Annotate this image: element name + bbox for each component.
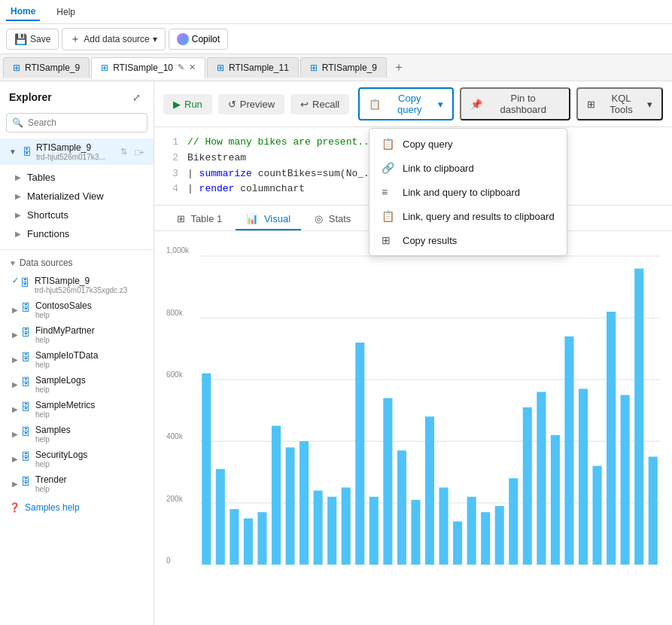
- stats-icon: ◎: [315, 213, 323, 224]
- results-area: ⊞ Table 1 📊 Visual ◎ Stats 1,000k 800k 6…: [154, 206, 672, 625]
- tab-table1[interactable]: ⊞ Table 1: [166, 209, 233, 230]
- y-label-800k: 800k: [166, 309, 189, 317]
- tab-visual[interactable]: 📊 Visual: [236, 209, 301, 230]
- tab-stats[interactable]: ◎ Stats: [304, 209, 361, 230]
- check-icon: ✓: [12, 276, 19, 285]
- svg-rect-64: [607, 312, 616, 565]
- tab-rtisample11[interactable]: ⊞ RTISample_11: [207, 57, 299, 78]
- nav-item-materialized-view[interactable]: ▶ Materialized View: [9, 187, 144, 206]
- new-tab-button[interactable]: ＋: [388, 57, 409, 78]
- svg-rect-44: [467, 497, 476, 565]
- run-button[interactable]: ▶ Run: [163, 94, 212, 114]
- help-icon: ❓: [9, 502, 20, 513]
- table-icon: ⊞: [177, 213, 185, 224]
- tab-edit-icon[interactable]: ✎: [178, 62, 184, 72]
- nav-item-help[interactable]: Help: [52, 4, 80, 20]
- tab-icon-4: ⊞: [310, 62, 318, 73]
- tab-close-icon[interactable]: ✕: [189, 62, 196, 72]
- nav-item-tables[interactable]: ▶ Tables: [9, 168, 144, 187]
- ds-icon: 🗄: [21, 352, 31, 363]
- svg-rect-54: [537, 392, 546, 565]
- svg-rect-12: [244, 519, 253, 565]
- preview-button[interactable]: ↺ Preview: [218, 94, 284, 114]
- sort-icon: ⇅: [120, 147, 127, 157]
- nav-item-home[interactable]: Home: [6, 3, 40, 21]
- content-area: ▶ Run ↺ Preview ↩ Recall 📋 Copy query ▾ …: [154, 81, 672, 625]
- list-item[interactable]: ▶ 🗄 FindMyPartner help: [0, 322, 154, 347]
- list-item[interactable]: ▶ 🗄 Samples help: [0, 422, 154, 447]
- expand-icon: ▶: [12, 480, 18, 488]
- link-clipboard-icon: 🔗: [382, 162, 395, 174]
- tab-rtisample9-first[interactable]: ⊞ RTISample_9: [3, 57, 90, 78]
- pin-icon: 📌: [470, 99, 482, 110]
- query-toolbar: ▶ Run ↺ Preview ↩ Recall 📋 Copy query ▾ …: [154, 81, 672, 127]
- top-navigation: Home Help: [0, 0, 672, 24]
- dropdown-item-copy-results[interactable]: ⊞ Copy results: [369, 228, 567, 252]
- nav-item-shortcuts[interactable]: ▶ Shortcuts: [9, 206, 144, 224]
- add-icon: ＋: [70, 32, 81, 46]
- svg-rect-34: [397, 450, 406, 565]
- datasource-icon: 🗄: [23, 147, 32, 157]
- svg-rect-38: [425, 416, 434, 565]
- svg-rect-10: [230, 509, 239, 565]
- copy-results-icon: ⊞: [382, 234, 395, 246]
- copy-query-button[interactable]: 📋 Copy query ▾: [358, 87, 454, 120]
- sidebar-actions: ⤢: [128, 89, 144, 105]
- add-datasource-chevron-icon: ▾: [153, 34, 157, 44]
- svg-rect-28: [355, 343, 364, 565]
- data-sources-header[interactable]: ▼ Data sources: [0, 253, 154, 273]
- kql-tools-button[interactable]: ⊞ KQL Tools ▾: [576, 87, 663, 120]
- copilot-icon: [177, 33, 189, 45]
- list-item[interactable]: ▶ 🗄 SampleIoTData help: [0, 347, 154, 372]
- list-item[interactable]: ▶ 🗄 SampleMetrics help: [0, 397, 154, 422]
- ds-collapse-icon: ▼: [9, 259, 17, 267]
- svg-rect-8: [216, 469, 225, 565]
- copy-query-dropdown: 📋 Copy query 🔗 Link to clipboard ≡ Link …: [369, 128, 567, 256]
- matview-arrow-icon: ▶: [15, 192, 21, 200]
- svg-rect-16: [272, 426, 281, 565]
- shortcuts-arrow-icon: ▶: [15, 211, 21, 219]
- active-datasource[interactable]: ▼ 🗄 RTISample_9 trd-hjut526m017k3... ⇅ □…: [0, 139, 154, 165]
- save-icon: 💾: [14, 33, 27, 45]
- main-layout: Explorer ⤢ 🔍 ▼ 🗄 RTISample_9 trd-hjut526…: [0, 81, 672, 625]
- copilot-button[interactable]: Copilot: [169, 29, 228, 50]
- expand-icon: ▶: [12, 355, 18, 364]
- dropdown-item-link-clipboard[interactable]: 🔗 Link to clipboard: [369, 156, 567, 180]
- list-item[interactable]: ▶ 🗄 ContosoSales help: [0, 297, 154, 322]
- sidebar-expand-button[interactable]: ⤢: [128, 89, 144, 105]
- list-item[interactable]: ▶ 🗄 SampleLogs help: [0, 372, 154, 397]
- search-input[interactable]: [6, 113, 147, 133]
- copy-query-icon: 📋: [382, 138, 395, 150]
- list-item[interactable]: ▶ 🗄 Trender help: [0, 471, 154, 496]
- recall-button[interactable]: ↩ Recall: [290, 94, 349, 114]
- dropdown-item-copy-query[interactable]: 📋 Copy query: [369, 132, 567, 156]
- expand-icon: ▶: [12, 380, 18, 389]
- ds-icon: 🗄: [21, 426, 31, 438]
- svg-rect-42: [453, 522, 462, 565]
- tabs-bar: ⊞ RTISample_9 ⊞ RTISample_10 ✎ ✕ ⊞ RTISa…: [0, 54, 672, 81]
- add-data-source-button[interactable]: ＋ Add data source ▾: [62, 28, 165, 50]
- ds-icon: 🗄: [21, 327, 31, 338]
- tab-rtisample9-second[interactable]: ⊞ RTISample_9: [300, 57, 387, 78]
- tab-icon-1: ⊞: [13, 62, 20, 73]
- nav-section: ▶ Tables ▶ Materialized View ▶ Shortcuts…: [0, 165, 154, 246]
- copy-icon: 📋: [369, 99, 381, 110]
- svg-rect-62: [593, 466, 602, 565]
- pin-dashboard-button[interactable]: 📌 Pin to dashboard: [460, 87, 570, 120]
- datasources-list: ✓ 🗄 RTISample_9 trd-hjut526m017k35xgdc.z…: [0, 273, 154, 496]
- add-icon[interactable]: □+: [135, 148, 144, 157]
- samples-help-link[interactable]: ❓ Samples help: [0, 496, 154, 519]
- svg-rect-46: [481, 512, 490, 565]
- sidebar-header: Explorer ⤢: [0, 81, 154, 110]
- tab-rtisample10[interactable]: ⊞ RTISample_10 ✎ ✕: [91, 57, 205, 79]
- svg-rect-58: [564, 337, 573, 565]
- list-item[interactable]: ✓ 🗄 RTISample_9 trd-hjut526m017k35xgdc.z…: [0, 273, 154, 297]
- y-label-400k: 400k: [166, 432, 189, 441]
- list-item[interactable]: ▶ 🗄 SecurityLogs help: [0, 447, 154, 471]
- nav-item-functions[interactable]: ▶ Functions: [9, 224, 144, 243]
- dropdown-item-link-query-clipboard[interactable]: ≡ Link and query to clipboard: [369, 180, 567, 204]
- save-button[interactable]: 💾 Save: [6, 29, 59, 50]
- link-query-clipboard-icon: ≡: [382, 186, 395, 198]
- tab-icon-3: ⊞: [217, 62, 224, 73]
- dropdown-item-link-query-results[interactable]: 📋 Link, query and results to clipboard: [369, 204, 567, 228]
